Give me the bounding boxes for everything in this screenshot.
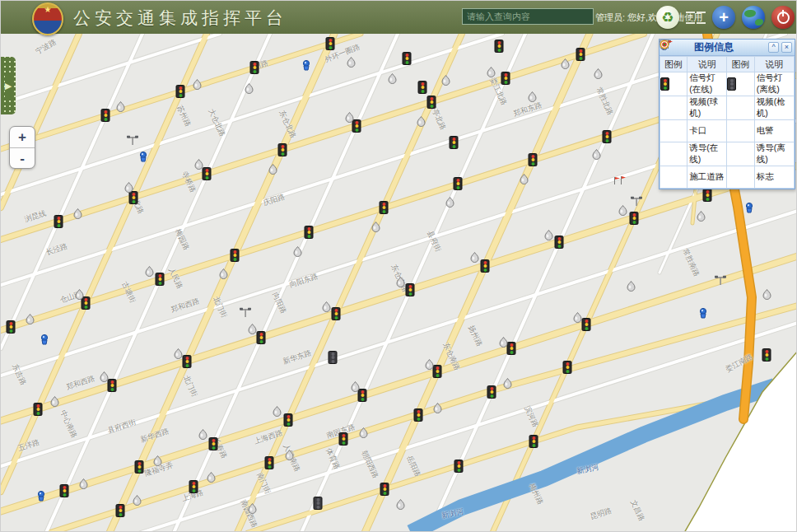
legend-column-header: 图例 <box>660 57 687 72</box>
marker-signal-on[interactable] <box>433 365 442 378</box>
marker-signal-on[interactable] <box>501 72 510 85</box>
legend-label: 诱导(在线) <box>687 142 727 166</box>
marker-signal-on[interactable] <box>116 504 125 517</box>
marker-signal-on[interactable] <box>487 385 496 399</box>
marker-signal-on[interactable] <box>284 413 293 427</box>
legend-icon-checkpoint <box>660 120 687 142</box>
marker-signal-on[interactable] <box>278 143 287 156</box>
marker-signal-on[interactable] <box>7 320 16 334</box>
marker-signal-on[interactable] <box>231 249 240 262</box>
marker-signal-on[interactable] <box>495 40 504 53</box>
marker-signal-on[interactable] <box>403 52 412 65</box>
legend-label: 视频(枪机) <box>754 96 794 120</box>
legend-header: 图例信息 ^ × <box>660 40 795 56</box>
legend-column-header: 图例 <box>727 57 754 72</box>
marker-signal-on[interactable] <box>427 96 436 109</box>
marker-signal-on[interactable] <box>603 130 612 143</box>
app-header: ★ 公安交通集成指挥平台 管理员: 您好,欢迎登陆使用 ♻ + <box>1 1 797 34</box>
refresh-icon[interactable]: ♻ <box>656 6 679 29</box>
marker-signal-on[interactable] <box>450 136 459 149</box>
legend-row: 施工道路标志 <box>660 166 795 189</box>
marker-signal-on[interactable] <box>418 81 427 94</box>
marker-signal-on[interactable] <box>414 408 423 422</box>
legend-label: 施工道路 <box>687 166 727 189</box>
marker-signal-on[interactable] <box>529 153 538 166</box>
marker-signal-on[interactable] <box>762 348 771 362</box>
marker-signal-on[interactable] <box>209 437 218 450</box>
marker-signal-on[interactable] <box>34 403 43 416</box>
legend-title: 图例信息 <box>660 40 768 54</box>
marker-signal-on[interactable] <box>60 484 69 497</box>
header-icon-bar: ♻ + <box>656 4 795 30</box>
map-tiles-icon[interactable] <box>686 7 706 27</box>
marker-signal-on[interactable] <box>129 191 138 204</box>
marker-signal-on[interactable] <box>339 432 348 446</box>
legend-icon-signal-off <box>727 72 754 96</box>
add-icon[interactable]: + <box>712 6 735 29</box>
legend-label: 信号灯(离线) <box>754 72 794 96</box>
legend-icon-sign <box>727 166 754 189</box>
legend-label: 视频(球机) <box>687 96 727 120</box>
marker-signal-on[interactable] <box>108 379 117 392</box>
marker-signal-on[interactable] <box>265 456 274 469</box>
legend-label: 诱导(离线) <box>754 142 794 166</box>
marker-signal-on[interactable] <box>576 48 585 61</box>
legend-label: 卡口 <box>687 120 727 142</box>
marker-signal-off[interactable] <box>329 351 338 364</box>
marker-signal-on[interactable] <box>326 37 335 50</box>
zoom-in-button[interactable]: + <box>10 127 35 148</box>
marker-signal-on[interactable] <box>630 212 639 225</box>
marker-signal-on[interactable] <box>176 85 185 98</box>
marker-signal-on[interactable] <box>406 283 415 296</box>
legend-row: 卡口电警 <box>660 120 795 142</box>
sidebar-panel-toggle[interactable]: ▶ <box>1 57 16 114</box>
search-input[interactable] <box>462 8 594 25</box>
legend-icon-guide-on <box>660 142 687 166</box>
marker-signal-on[interactable] <box>380 201 389 214</box>
marker-signal-on[interactable] <box>101 109 110 122</box>
unmapped-area <box>684 351 797 532</box>
map-canvas[interactable]: 宁波路州路外环一圈路苏州路大仓北路东仓北路东亭北路娄江北路郑和东路常胜北路寺桥路… <box>1 34 797 532</box>
marker-signal-on[interactable] <box>203 167 212 180</box>
marker-signal-on[interactable] <box>507 342 516 355</box>
legend-icon-gun <box>727 96 754 120</box>
marker-signal-on[interactable] <box>582 318 591 331</box>
legend-column-header: 说明 <box>687 57 727 72</box>
expand-arrow-icon: ▶ <box>5 74 12 98</box>
legend-label: 信号灯(在线) <box>687 72 727 96</box>
legend-label: 标志 <box>754 166 794 189</box>
marker-signal-on[interactable] <box>305 226 314 239</box>
marker-signal-on[interactable] <box>454 460 464 473</box>
marker-signal-on[interactable] <box>563 361 572 374</box>
legend-icon-guide-off <box>727 142 754 166</box>
marker-signal-on[interactable] <box>332 307 341 320</box>
marker-signal-on[interactable] <box>555 236 564 249</box>
legend-icon-epolice <box>727 120 754 142</box>
marker-signal-off[interactable] <box>314 497 323 510</box>
legend-icon-construction <box>660 166 687 189</box>
legend-collapse-button[interactable]: ^ <box>768 42 779 53</box>
marker-signal-on[interactable] <box>481 259 490 273</box>
legend-row: 信号灯(在线)信号灯(离线) <box>660 72 795 96</box>
marker-signal-on[interactable] <box>189 480 198 493</box>
legend-label: 电警 <box>754 120 794 142</box>
legend-column-header: 说明 <box>754 57 794 72</box>
legend-close-button[interactable]: × <box>781 42 792 53</box>
marker-signal-on[interactable] <box>380 483 389 496</box>
zoom-out-button[interactable]: - <box>10 148 35 169</box>
globe-icon[interactable] <box>742 6 765 29</box>
marker-signal-on[interactable] <box>454 177 463 190</box>
marker-signal-on[interactable] <box>250 61 259 74</box>
legend-panel: 图例信息 ^ × 图例说明图例说明信号灯(在线)信号灯(离线)视频(球机)视频(… <box>659 39 795 189</box>
marker-signal-on[interactable] <box>54 215 63 228</box>
map-zoom-control: + - <box>9 126 35 169</box>
marker-signal-on[interactable] <box>529 435 538 448</box>
marker-signal-on[interactable] <box>156 273 165 286</box>
power-icon[interactable] <box>771 6 795 29</box>
marker-signal-on[interactable] <box>703 189 712 202</box>
marker-signal-on[interactable] <box>135 460 144 474</box>
marker-signal-on[interactable] <box>183 355 192 368</box>
legend-table: 图例说明图例说明信号灯(在线)信号灯(离线)视频(球机)视频(枪机)卡口电警诱导… <box>660 56 795 189</box>
marker-signal-on[interactable] <box>257 331 266 344</box>
legend-icon-dome <box>660 96 687 120</box>
